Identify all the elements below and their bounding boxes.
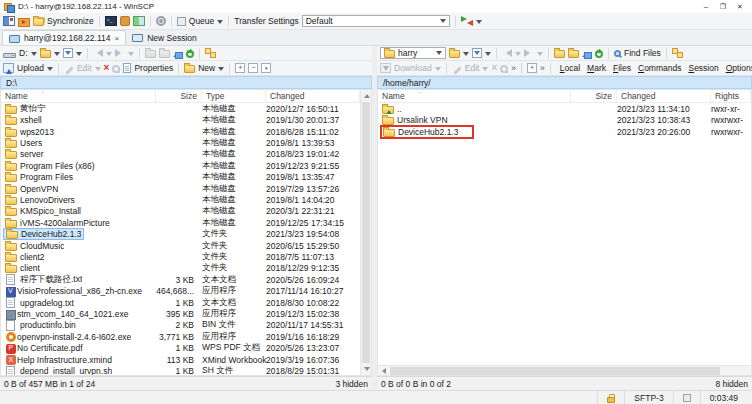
open-terminal-icon[interactable]	[105, 16, 117, 26]
scrollbar-thumb[interactable]	[362, 102, 370, 363]
properties-icon[interactable]	[123, 63, 131, 73]
select-minus-button[interactable]	[248, 63, 258, 73]
file-row[interactable]: productinfo.bin 2 KB BIN 文件 2020/11/17 1…	[1, 320, 360, 331]
scrollbar-thumb[interactable]	[390, 367, 720, 375]
file-name-wrap[interactable]: OpenVPN	[3, 184, 60, 194]
home-directory-icon[interactable]	[173, 48, 183, 58]
file-name-cell[interactable]: DeviceHub2.1.3	[3, 228, 156, 240]
filter-dropdown-icon[interactable]	[485, 52, 491, 59]
file-name-cell[interactable]: 程序下载路径.txt	[3, 274, 156, 286]
open-directory-icon[interactable]	[449, 50, 460, 58]
queue-dropdown-icon[interactable]	[217, 20, 223, 27]
edit-button[interactable]: Edit	[77, 63, 92, 73]
file-name-wrap[interactable]: productinfo.bin	[3, 320, 78, 331]
toolbar-overflow-icon[interactable]	[540, 63, 545, 73]
file-name-wrap[interactable]: client2	[3, 252, 47, 262]
file-name-cell[interactable]: Program Files (x86)	[3, 161, 156, 171]
close-button[interactable]	[732, 1, 748, 13]
file-name-cell[interactable]: iVMS-4200alarmPicture	[3, 218, 156, 228]
edit-dropdown-icon[interactable]	[482, 67, 488, 74]
download-button[interactable]: Download	[394, 63, 432, 73]
download-icon[interactable]	[380, 63, 391, 73]
filter-icon[interactable]	[63, 48, 73, 58]
file-name-wrap[interactable]: server	[3, 149, 46, 159]
synchronize-browsing-toggle-icon[interactable]	[672, 48, 684, 58]
column-header-changed[interactable]: Changed	[617, 90, 711, 102]
file-name-wrap[interactable]: depend_install_urvpn.sh	[3, 366, 114, 375]
file-name-wrap[interactable]: DeviceHub2.1.3	[380, 125, 474, 139]
file-row[interactable]: DeviceHub2.1.3 2021/3/23 20:26:00 rwxrwx…	[378, 126, 751, 137]
file-name-wrap[interactable]: CloudMusic	[3, 241, 66, 251]
back-icon[interactable]	[93, 49, 103, 57]
transfer-settings-select[interactable]: Default	[302, 15, 450, 27]
file-row[interactable]: client 文件夹 2018/12/29 9:12:35	[1, 263, 360, 274]
file-row[interactable]: upgradelog.txt 1 KB 文本文档 2018/8/30 10:08…	[1, 297, 360, 308]
file-name-cell[interactable]: ..	[380, 104, 571, 114]
drive-select[interactable]: D:	[19, 48, 28, 58]
file-row[interactable]: Users 本地磁盘 2019/8/1 13:39:53	[1, 137, 360, 148]
column-header-changed[interactable]: Changed	[266, 90, 360, 102]
root-directory-icon[interactable]	[568, 50, 579, 58]
scroll-up-icon[interactable]	[361, 90, 372, 101]
minimize-button[interactable]	[698, 1, 714, 13]
file-name-wrap[interactable]: 黄怡宁	[3, 103, 48, 115]
selection-filter-button[interactable]	[261, 63, 271, 73]
file-name-cell[interactable]: 黄怡宁	[3, 103, 156, 115]
edit-icon[interactable]	[453, 66, 461, 74]
file-row[interactable]: xshell 本地磁盘 2019/1/30 20:01:37	[1, 114, 360, 125]
close-tab-icon[interactable]: ×	[114, 34, 119, 43]
open-directory-dropdown-icon[interactable]	[54, 52, 60, 59]
file-name-wrap[interactable]: Help Infrastructure.xmind	[3, 354, 114, 365]
file-name-cell[interactable]: OpenVPN	[3, 184, 156, 194]
parent-directory-icon[interactable]	[145, 50, 156, 58]
remote-address-bar[interactable]: /home/harry/	[377, 76, 752, 89]
menu-options[interactable]: Options	[726, 63, 752, 73]
file-name-wrap[interactable]: Users	[3, 138, 44, 148]
file-row[interactable]: KMSpico_Install 本地磁盘 2020/3/1 22:31:21	[1, 206, 360, 217]
file-row[interactable]: OpenVPN 本地磁盘 2019/7/29 13:57:26	[1, 183, 360, 194]
file-name-wrap[interactable]: iVMS-4200alarmPicture	[3, 218, 112, 228]
home-directory-icon[interactable]	[582, 48, 592, 58]
menu-commands[interactable]: Commands	[638, 63, 681, 73]
forward-icon[interactable]	[115, 49, 125, 57]
remote-path-select[interactable]: harry	[380, 47, 446, 59]
filter-icon[interactable]	[472, 48, 482, 58]
menu-files[interactable]: Files	[613, 63, 631, 73]
queue-button[interactable]: Queue	[189, 16, 215, 26]
file-name-wrap[interactable]: upgradelog.txt	[3, 297, 76, 308]
file-name-wrap[interactable]: xshell	[3, 115, 44, 125]
file-name-cell[interactable]: VisioProfessional_x86_zh-cn.exe	[3, 286, 156, 297]
forward-icon[interactable]	[524, 49, 534, 57]
remote-horizontal-scrollbar[interactable]	[378, 365, 751, 375]
file-name-cell[interactable]: DeviceHub2.1.3	[380, 125, 571, 139]
open-directory-dropdown-icon[interactable]	[463, 52, 469, 59]
file-row[interactable]: wps2013 本地磁盘 2018/6/28 15:11:02	[1, 126, 360, 137]
file-row[interactable]: iVMS-4200alarmPicture 本地磁盘 2019/12/25 17…	[1, 217, 360, 228]
local-vertical-scrollbar[interactable]	[360, 90, 371, 375]
synchronize-browsing-icon[interactable]	[133, 16, 145, 26]
synchronize-icon[interactable]	[33, 18, 44, 26]
open-directory-icon[interactable]	[40, 50, 51, 58]
refresh-icon[interactable]	[186, 50, 194, 58]
new-icon[interactable]	[184, 65, 195, 73]
security-cell[interactable]	[597, 391, 624, 404]
new-dropdown-icon[interactable]	[218, 67, 224, 74]
refresh-icon[interactable]	[595, 50, 603, 58]
column-header-name[interactable]: Name	[378, 90, 571, 102]
upload-icon[interactable]	[3, 63, 14, 73]
select-plus-button[interactable]	[235, 63, 245, 73]
properties-button[interactable]: Properties	[134, 63, 173, 73]
column-header-name[interactable]: Name	[1, 90, 156, 102]
open-in-putty-icon[interactable]	[120, 16, 130, 26]
local-address-bar[interactable]: D:\	[0, 76, 372, 89]
delete-icon[interactable]: ×	[491, 63, 497, 73]
file-row[interactable]: 程序下载路径.txt 3 KB 文本文档 2020/5/26 16:09:24	[1, 274, 360, 285]
file-name-wrap[interactable]: ..	[380, 104, 404, 114]
new-button[interactable]: New	[198, 63, 215, 73]
file-name-cell[interactable]: No Certificate.pdf	[3, 343, 156, 354]
file-row[interactable]: stm_vcom_140_64_1021.exe 395 KB 应用程序 201…	[1, 308, 360, 319]
file-row[interactable]: Program Files 本地磁盘 2019/8/1 13:35:47	[1, 171, 360, 182]
synchronize-button[interactable]: Synchronize	[47, 16, 94, 26]
queue-icon[interactable]	[177, 17, 186, 26]
file-name-cell[interactable]: xshell	[3, 115, 156, 125]
